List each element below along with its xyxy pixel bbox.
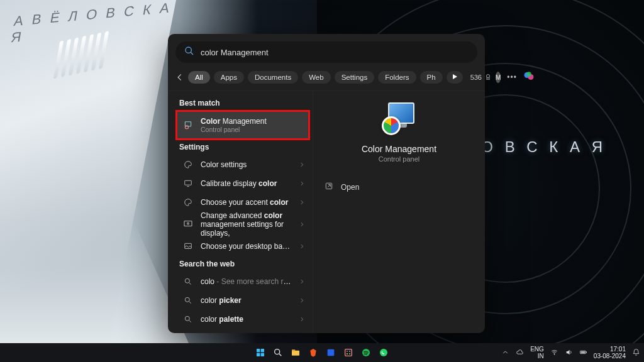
svg-point-6	[526, 72, 531, 77]
svg-point-36	[347, 353, 348, 354]
chevron-right-icon	[299, 295, 308, 306]
detail-pane: Color Management Control panel Open	[313, 91, 485, 333]
tab-settings[interactable]: Settings	[335, 71, 375, 84]
search-icon	[182, 332, 194, 333]
palette-icon	[182, 196, 194, 209]
svg-rect-33	[345, 349, 352, 356]
taskbar-app-red[interactable]	[341, 346, 355, 359]
setting-advanced-color-mgmt[interactable]: Change advanced color management setting…	[177, 212, 313, 237]
chevron-right-icon	[299, 219, 308, 230]
web-result-color[interactable]: color	[177, 329, 313, 333]
taskbar[interactable]: ENGIN 17:0103-08-2024	[0, 343, 644, 362]
start-button[interactable]	[253, 346, 267, 359]
back-button[interactable]	[175, 69, 184, 85]
taskbar-explorer[interactable]	[289, 346, 303, 359]
section-best-match: Best match	[177, 95, 313, 111]
display-settings-icon	[182, 218, 194, 231]
best-match-result[interactable]: Color Management Control panel	[177, 111, 309, 139]
tray-language[interactable]: ENGIN	[530, 346, 544, 359]
taskbar-brave[interactable]	[306, 346, 320, 359]
rewards-points[interactable]: 536	[470, 74, 492, 81]
svg-rect-31	[292, 349, 295, 351]
setting-desktop-background[interactable]: Choose your desktop background	[177, 237, 313, 256]
svg-rect-43	[581, 351, 586, 353]
more-options[interactable]: •••	[504, 73, 519, 82]
palette-icon	[182, 158, 194, 171]
web-result-color-palette[interactable]: color palette	[177, 310, 313, 329]
setting-calibrate-display[interactable]: Calibrate display color	[177, 174, 313, 193]
results-column: Best match Color Management Control pane…	[168, 91, 313, 333]
tab-photos[interactable]: Ph	[420, 71, 443, 84]
chevron-right-icon	[299, 197, 308, 208]
start-search-panel: All Apps Documents Web Settings Folders …	[168, 34, 485, 333]
section-settings: Settings	[177, 139, 313, 155]
svg-rect-32	[328, 349, 335, 356]
tray-battery-icon[interactable]	[579, 348, 587, 358]
taskbar-search[interactable]	[271, 346, 285, 359]
detail-subtitle: Control panel	[379, 155, 419, 163]
tray-volume-icon[interactable]	[565, 348, 573, 358]
chevron-right-icon	[299, 314, 308, 325]
detail-title: Color Management	[362, 144, 436, 154]
action-open[interactable]: Open	[313, 175, 485, 199]
tray-wifi-icon[interactable]	[550, 348, 558, 358]
svg-rect-26	[257, 353, 260, 356]
svg-rect-24	[257, 349, 260, 352]
web-result-color-picker[interactable]: color picker	[177, 291, 313, 310]
tray-clock[interactable]: 17:0103-08-2024	[594, 346, 626, 359]
svg-point-0	[186, 47, 191, 53]
taskbar-spotify[interactable]	[359, 346, 373, 359]
chevron-right-icon	[299, 332, 308, 333]
search-icon	[182, 275, 194, 288]
image-icon	[182, 240, 194, 253]
search-box[interactable]	[175, 41, 477, 63]
svg-line-23	[328, 185, 330, 187]
chevron-right-icon	[299, 178, 308, 189]
svg-rect-13	[185, 243, 192, 248]
search-input[interactable]	[201, 48, 469, 57]
svg-point-35	[349, 351, 350, 352]
svg-rect-11	[184, 221, 192, 226]
svg-line-19	[189, 321, 191, 322]
taskbar-whatsapp[interactable]	[377, 346, 391, 359]
svg-rect-25	[261, 349, 264, 352]
svg-line-15	[189, 283, 191, 285]
tab-all[interactable]: All	[188, 71, 210, 84]
wallpaper-sign: О В С К А Я	[481, 138, 606, 156]
svg-point-14	[185, 278, 189, 283]
tab-more[interactable]	[447, 71, 463, 84]
copilot-icon[interactable]	[523, 70, 535, 84]
svg-line-1	[191, 52, 193, 55]
tab-folders[interactable]: Folders	[378, 71, 416, 84]
section-search-web: Search the web	[177, 256, 313, 272]
svg-point-18	[185, 316, 189, 321]
svg-point-28	[275, 349, 280, 354]
setting-accent-color[interactable]: Choose your accent color	[177, 193, 313, 212]
open-icon	[325, 182, 333, 192]
tray-cloud-icon[interactable]	[516, 348, 524, 358]
svg-rect-42	[586, 351, 587, 353]
tab-apps[interactable]: Apps	[214, 71, 244, 84]
svg-line-17	[189, 302, 191, 304]
tab-documents[interactable]: Documents	[248, 71, 298, 84]
chevron-right-icon	[299, 159, 308, 170]
monitor-icon	[182, 177, 194, 190]
svg-point-34	[347, 351, 348, 352]
search-tabs: All Apps Documents Web Settings Folders …	[168, 67, 485, 91]
svg-point-37	[349, 353, 350, 354]
taskbar-app-blue[interactable]	[324, 346, 338, 359]
search-icon	[182, 313, 194, 326]
svg-rect-9	[185, 180, 192, 185]
tab-web[interactable]: Web	[302, 71, 330, 84]
svg-marker-2	[453, 74, 457, 79]
search-icon	[184, 46, 194, 58]
svg-point-39	[380, 349, 387, 356]
svg-line-29	[279, 354, 281, 356]
tray-chevron-icon[interactable]	[501, 348, 509, 358]
color-management-icon	[182, 119, 194, 131]
setting-color-settings[interactable]: Color settings	[177, 155, 313, 174]
chevron-right-icon	[299, 276, 308, 287]
search-icon	[182, 294, 194, 307]
tray-notifications-icon[interactable]	[632, 348, 640, 358]
web-result-colo[interactable]: colo - See more search results	[177, 272, 313, 291]
